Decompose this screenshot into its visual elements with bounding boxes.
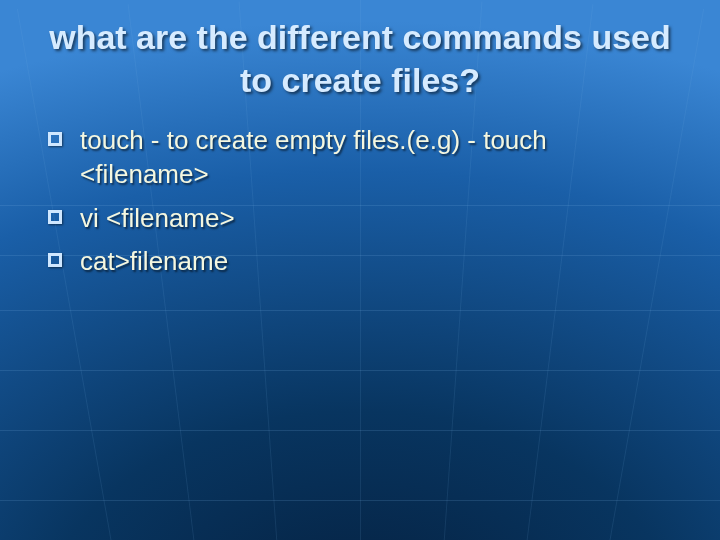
slide-title: what are the different commands used to …	[40, 16, 680, 101]
bullet-icon	[48, 253, 62, 267]
list-item: vi <filename>	[48, 202, 680, 236]
list-item: cat>filename	[48, 245, 680, 279]
slide-body: touch - to create empty files.(e.g) - to…	[48, 120, 680, 289]
list-item-text: touch - to create empty files.(e.g) - to…	[80, 124, 680, 192]
list-item: touch - to create empty files.(e.g) - to…	[48, 124, 680, 192]
bullet-icon	[48, 210, 62, 224]
slide: what are the different commands used to …	[0, 0, 720, 540]
list-item-text: vi <filename>	[80, 202, 235, 236]
bullet-icon	[48, 132, 62, 146]
list-item-text: cat>filename	[80, 245, 228, 279]
